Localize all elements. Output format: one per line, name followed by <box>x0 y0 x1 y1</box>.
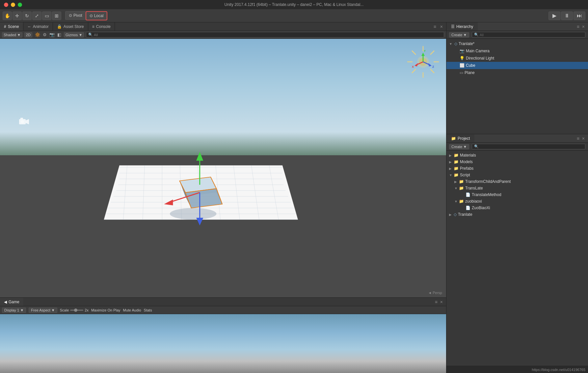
tab-animator[interactable]: ↔ Animator <box>23 22 53 31</box>
project-create-button[interactable]: Create ▼ <box>449 144 469 149</box>
main-layout: # Scene ↔ Animator 🔒 Asset Store ≡ Conso… <box>0 22 588 373</box>
models-label: Models <box>460 160 473 164</box>
plane-label: Plane <box>465 70 475 75</box>
game-tab-pin[interactable]: × <box>439 299 444 305</box>
minimize-button[interactable] <box>11 3 15 7</box>
svg-marker-38 <box>196 218 203 226</box>
grid-plane <box>45 142 357 259</box>
hierarchy-pin[interactable]: × <box>581 24 586 29</box>
pause-icon: ⏸ <box>564 13 570 19</box>
prefabs-label: Prefabs <box>460 166 473 171</box>
hierarchy-search[interactable]: 🔍 All <box>472 32 585 37</box>
rotate-tool-button[interactable]: ↻ <box>22 12 32 20</box>
zuobiaoxi-folder-icon: 📁 <box>459 199 464 204</box>
maximize-button[interactable] <box>18 3 22 7</box>
transform-tool-button[interactable]: ⊞ <box>52 12 61 20</box>
mute-audio-label[interactable]: Mute Audio <box>123 308 141 312</box>
tab-project[interactable]: 📁 Project <box>446 134 474 142</box>
cube-item-icon: ⬜ <box>460 63 465 68</box>
hierarchy-item-main-camera[interactable]: 📷 Main Camera <box>446 47 588 55</box>
project-item-script[interactable]: ▼ 📁 Script <box>446 172 588 178</box>
project-pin[interactable]: × <box>581 136 586 141</box>
scale-tool-button[interactable]: ⤢ <box>32 12 41 20</box>
hierarchy-item-cube[interactable]: ⬜ Cube <box>446 62 588 69</box>
project-search[interactable]: 🔍 <box>472 144 585 149</box>
window-controls[interactable] <box>4 3 22 7</box>
scale-control: Scale 2x <box>60 308 89 312</box>
tranlate-project-icon: ◇ <box>454 212 457 217</box>
tab-menu-icon[interactable]: ≡ <box>432 24 438 29</box>
tab-game[interactable]: ◀ Game <box>0 298 23 306</box>
tab-hierarchy[interactable]: ☰ Hierarchy <box>446 22 478 31</box>
transformchildandparent-label: TransformChildAndParent <box>465 179 511 184</box>
project-menu[interactable]: ≡ <box>575 136 581 141</box>
pivot-icon: ⊙ <box>69 13 72 18</box>
stats-label[interactable]: Stats <box>144 308 152 312</box>
project-item-tranlate[interactable]: ▶ ◇ Tranlate <box>446 211 588 218</box>
rect-tool-button[interactable]: ▭ <box>42 12 51 20</box>
scale-slider[interactable] <box>70 310 83 311</box>
scene-viewport[interactable]: Y X Z ◄ Persp <box>0 39 446 297</box>
tab-pin-icon[interactable]: × <box>439 24 444 29</box>
hand-tool-button[interactable]: ✋ <box>3 12 12 20</box>
pivot-button[interactable]: ⊙ Pivot <box>65 11 86 20</box>
aspect-dropdown[interactable]: Free Aspect ▼ <box>29 308 57 313</box>
hierarchy-item-directional-light[interactable]: 💡 Directional Light <box>446 55 588 62</box>
hierarchy-item-tranlate[interactable]: ▼ ◇ Tranlate* <box>446 40 588 47</box>
transform-child-icon: 📁 <box>459 179 464 184</box>
display-dropdown[interactable]: Display 1 ▼ <box>2 308 26 313</box>
tab-scene[interactable]: # Scene <box>0 22 23 31</box>
hierarchy-item-plane[interactable]: ▭ Plane <box>446 69 588 76</box>
project-tab-icon: 📁 <box>451 136 456 141</box>
play-controls: ▶ ⏸ ⏭ <box>548 12 585 20</box>
project-item-translatemethod[interactable]: 📄 TranslateMethod <box>446 191 588 198</box>
svg-marker-34 <box>196 152 203 161</box>
game-tab-label: Game <box>9 300 19 304</box>
status-url: https://blog.csdn.net/u014196765 <box>532 368 585 372</box>
2d-toggle[interactable]: 2D <box>24 32 32 37</box>
plane-item-icon: ▭ <box>460 70 463 75</box>
shading-dropdown[interactable]: Shaded ▼ <box>2 32 22 37</box>
game-tab-icon: ◀ <box>4 300 7 304</box>
script-arrow: ▼ <box>449 173 454 177</box>
asset-store-label: Asset Store <box>64 24 84 29</box>
project-item-prefabs[interactable]: ▶ 📁 Prefabs <box>446 165 588 172</box>
svg-point-40 <box>21 120 24 123</box>
scene-gizmo[interactable]: Y X Z <box>405 44 441 80</box>
pause-button[interactable]: ⏸ <box>561 12 573 20</box>
project-item-zuobiaoxi[interactable]: ▼ 📁 zuobiaoxi <box>446 198 588 205</box>
hierarchy-menu[interactable]: ≡ <box>575 24 581 29</box>
zuobiaoxi-script-icon: 📄 <box>466 206 470 210</box>
move-tool-button[interactable]: ✛ <box>13 12 22 20</box>
project-item-models[interactable]: ▶ 📁 Models <box>446 159 588 165</box>
tranlate-label: Tranlate* <box>459 41 474 46</box>
close-button[interactable] <box>4 3 8 7</box>
svg-marker-42 <box>26 119 29 124</box>
step-button[interactable]: ⏭ <box>574 12 585 20</box>
tab-asset-store[interactable]: 🔒 Asset Store <box>53 22 88 31</box>
aspect-arrow: ▼ <box>51 308 55 312</box>
play-button[interactable]: ▶ <box>548 12 560 20</box>
game-tab-menu[interactable]: ≡ <box>434 299 439 305</box>
2d-label: 2D <box>26 33 31 37</box>
project-item-translate[interactable]: ▼ 📁 TransLate <box>446 185 588 191</box>
tab-console[interactable]: ≡ Console <box>88 22 115 31</box>
project-create-label: Create <box>451 145 462 149</box>
effects-icon[interactable]: ⚙ <box>42 32 47 37</box>
tranlate-scene-icon: ◇ <box>454 41 457 46</box>
aspect-label: Free Aspect <box>31 308 50 312</box>
audio-icon[interactable]: 🔆 <box>34 32 41 37</box>
hierarchy-create-button[interactable]: Create ▼ <box>449 32 469 37</box>
project-item-materials[interactable]: ▶ 📁 Materials <box>446 152 588 159</box>
translate-folder-icon: 📁 <box>459 186 464 190</box>
project-item-zuobiaoxi-script[interactable]: 📄 ZuoBiaoXi <box>446 205 588 211</box>
local-button[interactable]: ⊙ Local <box>86 11 108 20</box>
scene-tab-icon: # <box>4 24 6 29</box>
maximize-on-play-label[interactable]: Maximize On Play <box>91 308 120 312</box>
layers-icon[interactable]: ◧ <box>57 32 62 37</box>
translatemethod-label: TranslateMethod <box>472 192 501 197</box>
camera-icon[interactable]: 📷 <box>49 32 55 37</box>
project-item-transformchildandparent[interactable]: ▶ 📁 TransformChildAndParent <box>446 178 588 185</box>
gizmos-dropdown[interactable]: Gizmos ▼ <box>64 32 84 37</box>
hierarchy-toolbar: Create ▼ 🔍 All <box>446 31 588 39</box>
